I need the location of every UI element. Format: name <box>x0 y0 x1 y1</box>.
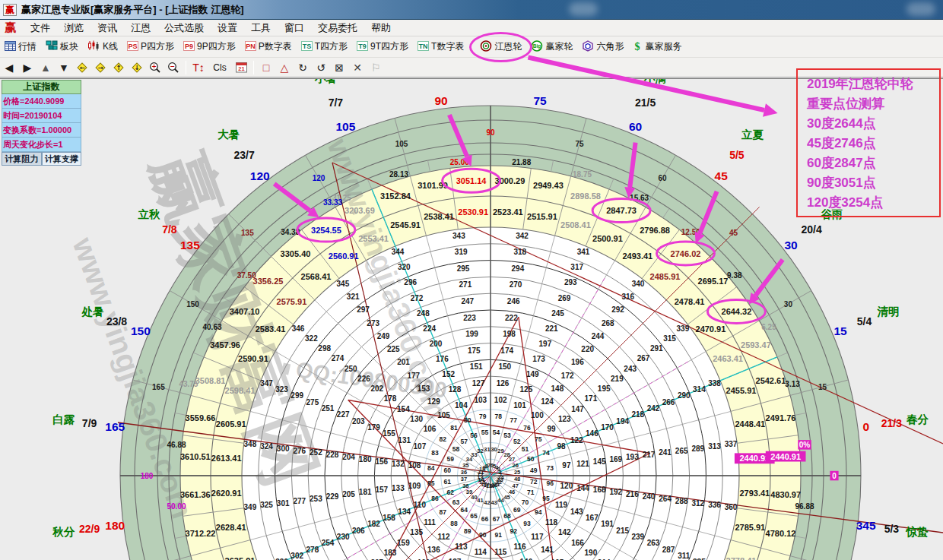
svg-text:60: 60 <box>444 467 452 474</box>
menu-item-0[interactable]: 文件 <box>24 20 57 36</box>
svg-text:2538.41: 2538.41 <box>424 212 454 221</box>
toolbar-button-ps[interactable]: PSP四方形 <box>122 38 179 55</box>
boxed-x-icon[interactable]: ⊠ <box>330 60 348 75</box>
zoom-in-icon[interactable]: + <box>146 60 164 75</box>
svg-text:108: 108 <box>408 461 421 470</box>
svg-text:170: 170 <box>601 423 614 432</box>
calendar-icon[interactable]: 21 <box>232 60 250 75</box>
menu-item-9[interactable]: 帮助 <box>364 20 398 36</box>
toolbar-button-t9[interactable]: T99T四方形 <box>352 38 413 55</box>
svg-text:处暑: 处暑 <box>81 305 104 318</box>
menu-item-8[interactable]: 交易委托 <box>311 20 364 36</box>
svg-text:23/7: 23/7 <box>233 149 254 161</box>
toolbar-button-table[interactable]: 行情 <box>0 38 41 55</box>
menu-item-6[interactable]: 工具 <box>244 20 278 36</box>
svg-text:118: 118 <box>545 518 558 527</box>
menu-item-2[interactable]: 资讯 <box>90 20 124 36</box>
diamond-right-icon[interactable]: → <box>91 60 110 75</box>
svg-text:0: 0 <box>832 472 837 480</box>
svg-text:151: 151 <box>470 362 483 371</box>
svg-text:171: 171 <box>585 394 598 403</box>
svg-text:148: 148 <box>551 384 564 393</box>
svg-text:271: 271 <box>459 280 472 289</box>
toolbar-button-hexagon[interactable]: 六角形 <box>577 38 628 56</box>
rotate-ccw-icon[interactable]: ↺ <box>312 60 330 75</box>
toolbar-button-gann-wheel[interactable]: 江恩轮 <box>475 38 526 56</box>
toolbar-button-winner-wheel[interactable]: Big赢家轮 <box>526 38 577 56</box>
menu-item-3[interactable]: 江恩 <box>124 20 157 36</box>
toolbar-button-ts[interactable]: TST四方形 <box>297 38 352 55</box>
gann-wheel-chart[interactable]: 赢家财富网www.yingjia360.comwww.yingjia360.co… <box>0 78 943 560</box>
diamond-up-icon[interactable]: ↑ <box>110 60 128 75</box>
svg-text:50.00: 50.00 <box>167 502 186 511</box>
svg-text:P9: P9 <box>185 43 193 50</box>
svg-text:105: 105 <box>335 120 355 133</box>
svg-text:122: 122 <box>570 436 583 445</box>
svg-text:5/5: 5/5 <box>729 149 745 161</box>
svg-text:182: 182 <box>367 520 380 528</box>
svg-text:311: 311 <box>678 552 691 560</box>
nav-next-icon[interactable]: ▶ <box>18 60 37 75</box>
rotate-cw-icon[interactable]: ↻ <box>294 60 312 75</box>
toolbar-button-tn[interactable]: TNT数字表 <box>413 38 468 55</box>
shrink-icon[interactable]: ✕ <box>348 60 367 75</box>
toolbar-button-kline[interactable]: K线 <box>83 38 122 55</box>
svg-text:30: 30 <box>491 446 497 453</box>
nav-prev-icon[interactable]: ◀ <box>0 60 18 75</box>
svg-text:小满: 小满 <box>643 79 667 84</box>
toolbar-button-label: P数字表 <box>259 40 292 53</box>
svg-text:109: 109 <box>408 482 421 490</box>
toolbar-button-p9[interactable]: P99P四方形 <box>179 38 240 55</box>
menu-item-1[interactable]: 浏览 <box>57 20 90 36</box>
svg-text:168: 168 <box>593 486 606 494</box>
svg-text:PS: PS <box>129 43 138 50</box>
svg-text:201: 201 <box>397 358 410 366</box>
svg-text:272: 272 <box>411 294 424 302</box>
svg-text:15: 15 <box>818 383 827 391</box>
instrument-info-panel: 上证指数 价格=2440.9099时间=20190104变换系数=1.00000… <box>2 80 81 166</box>
app-logo-icon: 赢 <box>3 4 17 16</box>
calc-resistance-button[interactable]: 计算阻力 <box>2 152 42 166</box>
diamond-down-icon[interactable]: ↓ <box>128 60 146 75</box>
svg-text:159: 159 <box>397 539 410 547</box>
svg-text:5/4: 5/4 <box>857 315 872 327</box>
svg-text:28: 28 <box>503 451 510 458</box>
svg-text:18.75: 18.75 <box>573 170 592 179</box>
toolbar-button-blocks[interactable]: 板块 <box>41 38 83 55</box>
flag-icon[interactable]: ⚐ <box>367 60 385 75</box>
svg-text:3712.22: 3712.22 <box>186 529 216 538</box>
text-updown-icon[interactable]: T↕ <box>189 60 208 75</box>
svg-text:4780.12: 4780.12 <box>766 529 796 538</box>
svg-text:3152.84: 3152.84 <box>380 191 411 201</box>
svg-text:23/8: 23/8 <box>106 315 127 327</box>
svg-text:114: 114 <box>475 548 487 556</box>
svg-text:2796.88: 2796.88 <box>640 226 670 235</box>
nav-down-icon[interactable]: ▼ <box>55 60 73 75</box>
nav-up-icon[interactable]: ▲ <box>37 60 55 75</box>
svg-text:81: 81 <box>450 424 458 432</box>
svg-text:221: 221 <box>545 324 558 333</box>
draw-triangle-icon[interactable]: △ <box>275 60 294 75</box>
svg-text:58: 58 <box>452 445 460 453</box>
svg-text:2628.41: 2628.41 <box>216 523 246 532</box>
toolbar-button-service[interactable]: $赢家服务 <box>628 38 686 56</box>
svg-text:106: 106 <box>424 425 437 433</box>
menu-item-4[interactable]: 公式选股 <box>157 20 211 36</box>
zoom-out-icon[interactable]: − <box>164 60 183 75</box>
draw-square-icon[interactable]: □ <box>257 60 275 75</box>
toolbar-button-pn[interactable]: PNP数字表 <box>240 38 297 55</box>
menu-item-5[interactable]: 设置 <box>211 20 244 36</box>
svg-text:90: 90 <box>434 94 447 107</box>
svg-text:101: 101 <box>513 401 526 410</box>
svg-text:69: 69 <box>513 506 521 514</box>
svg-text:102: 102 <box>494 396 507 404</box>
diamond-left-icon[interactable]: ← <box>73 60 91 75</box>
svg-text:3305.40: 3305.40 <box>281 249 311 258</box>
svg-text:TN: TN <box>419 43 428 50</box>
menu-item-7[interactable]: 窗口 <box>278 20 311 36</box>
svg-text:246: 246 <box>507 297 520 305</box>
calc-support-button[interactable]: 计算支撑 <box>42 152 82 166</box>
cls-button[interactable]: Cls <box>208 60 232 75</box>
svg-text:348: 348 <box>244 440 257 448</box>
instrument-name: 上证指数 <box>2 80 81 94</box>
